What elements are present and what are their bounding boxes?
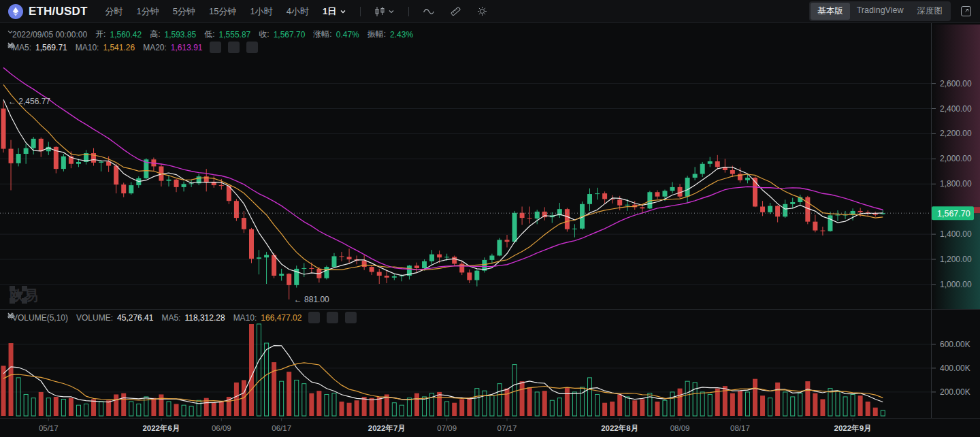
- view-tab-option[interactable]: 深度图: [911, 3, 950, 20]
- candle: [820, 231, 825, 231]
- timeframe-tab[interactable]: 5分钟: [173, 5, 195, 18]
- volume-axis-label: 600.00K: [940, 340, 970, 349]
- timeframe-tabs: 分时1分钟5分钟15分钟1小时4小时1日: [105, 5, 347, 18]
- chart-type-button[interactable]: [374, 6, 395, 17]
- volume-label: VOLUME:: [76, 313, 113, 323]
- ohlc-readout: 2022/09/05 00:00:00 开:1,560.42 高:1,593.8…: [7, 29, 413, 40]
- candle: [174, 180, 179, 187]
- candle-datetime: 2022/09/05 00:00:00: [12, 30, 87, 39]
- time-axis-label: 2022年7月: [368, 424, 406, 432]
- volume-bar: [490, 395, 494, 416]
- timeframe-tab-selected[interactable]: 1日: [323, 5, 346, 18]
- candle: [595, 193, 600, 194]
- chevron-down-icon: [340, 8, 346, 15]
- volume-bar: [798, 393, 802, 416]
- volume-bar: [340, 402, 344, 416]
- volume-bar: [708, 394, 712, 416]
- volume-bar: [655, 402, 659, 416]
- eye-icon[interactable]: [210, 42, 221, 53]
- volume-bar: [775, 383, 780, 416]
- measure-ruler-button[interactable]: [450, 5, 461, 17]
- candle: [783, 204, 787, 216]
- volume-bar: [370, 398, 374, 416]
- candle: [1, 109, 6, 149]
- eth-logo-icon: [8, 4, 23, 19]
- view-tab-option[interactable]: TradingView: [850, 3, 911, 20]
- volume-bar: [572, 392, 576, 416]
- candle: [392, 276, 397, 278]
- eye-icon[interactable]: [308, 312, 320, 323]
- candle: [347, 257, 352, 259]
- volume-bar: [693, 383, 697, 416]
- time-axis-label: 2022年6月: [142, 424, 180, 432]
- timeframe-tab[interactable]: 15分钟: [209, 5, 236, 18]
- timeframe-tab[interactable]: 1小时: [250, 5, 273, 18]
- open-value: 1,560.42: [110, 30, 142, 39]
- volume-bar: [31, 398, 35, 416]
- volume-bar: [753, 379, 757, 416]
- indicator-line-button[interactable]: [423, 6, 435, 17]
- view-tab-selected[interactable]: 基本版: [811, 3, 850, 20]
- volume-bar: [602, 403, 607, 416]
- change-label: 涨幅:: [313, 29, 331, 40]
- volume-axis-label: 400.00K: [940, 363, 970, 373]
- candle: [429, 255, 434, 261]
- volume-bar: [362, 397, 367, 416]
- close-icon[interactable]: [345, 312, 357, 323]
- candle: [497, 240, 502, 255]
- candle: [249, 229, 254, 259]
- candle: [625, 205, 630, 206]
- volume-bar: [16, 378, 20, 416]
- price-axis-label: 2,200.00: [940, 129, 972, 138]
- time-axis-label: 07/09: [437, 424, 457, 432]
- volume-bar: [257, 324, 261, 416]
- candle: [565, 209, 570, 229]
- gear-icon[interactable]: [327, 312, 338, 323]
- candle: [489, 255, 494, 259]
- volume-bar: [813, 393, 817, 416]
- candle: [730, 170, 735, 174]
- timeframe-tab[interactable]: 1分钟: [137, 5, 159, 18]
- candle: [693, 174, 698, 178]
- candle: [114, 166, 118, 185]
- candle: [76, 162, 81, 164]
- volume-bar: [550, 400, 554, 416]
- volume-bar: [295, 380, 299, 416]
- close-value: 1,567.70: [274, 30, 306, 39]
- chart-settings-button[interactable]: [476, 5, 488, 17]
- timeframe-tab[interactable]: 4小时: [287, 5, 309, 18]
- close-icon[interactable]: [246, 42, 258, 53]
- volume-bar: [399, 405, 404, 416]
- price-axis-label: 2,000.00: [940, 154, 972, 163]
- volume-bar: [535, 392, 539, 416]
- volume-bar: [151, 398, 156, 416]
- volume-bar: [9, 343, 14, 416]
- volume-bar: [685, 381, 689, 416]
- candle: [309, 268, 314, 269]
- volume-bar: [445, 402, 449, 416]
- price-axis-label: 1,400.00: [940, 229, 972, 239]
- timeframe-tab[interactable]: 分时: [105, 5, 123, 18]
- close-label: 收:: [259, 29, 269, 40]
- volume-bar: [137, 404, 141, 416]
- volume-bar: [678, 389, 683, 416]
- volume-bar: [377, 397, 382, 416]
- candle: [617, 199, 622, 205]
- candle: [234, 201, 239, 218]
- volume-bar: [783, 392, 787, 416]
- candle: [715, 161, 720, 167]
- volume-axis-label: 200.00K: [940, 387, 970, 397]
- volume-bar: [309, 393, 314, 416]
- candle: [708, 161, 713, 164]
- candlestick-chart[interactable]: 2,600.002,400.002,200.002,000.001,800.00…: [0, 23, 980, 437]
- volume-bar: [625, 397, 630, 416]
- gear-icon[interactable]: [228, 42, 240, 53]
- volume-bar: [617, 394, 622, 416]
- fullscreen-icon: [960, 5, 972, 17]
- ma20-label: MA20:: [143, 43, 167, 52]
- volume-bar: [332, 393, 336, 416]
- candle: [775, 206, 780, 217]
- fullscreen-button[interactable]: [960, 5, 972, 17]
- time-axis-label: 2022年8月: [601, 424, 638, 432]
- volume-bar: [858, 395, 863, 416]
